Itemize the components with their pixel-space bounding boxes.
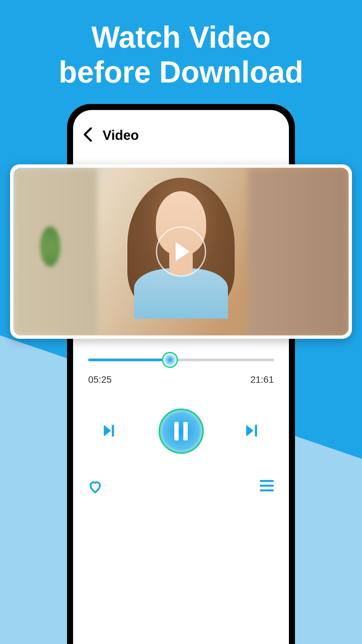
player-controls: 05:25 21:61 xyxy=(73,352,289,454)
progress-track xyxy=(88,359,274,361)
back-icon[interactable] xyxy=(83,127,93,143)
app-header: Video xyxy=(73,110,289,153)
video-preview-card xyxy=(10,164,352,339)
total-time: 21:61 xyxy=(250,374,274,385)
previous-button[interactable] xyxy=(101,422,118,441)
pause-icon xyxy=(174,422,179,440)
promo-headline: Watch Video before Download xyxy=(0,20,362,90)
bottom-toolbar xyxy=(73,480,289,495)
promo-line-1: Watch Video xyxy=(91,20,270,54)
progress-slider[interactable] xyxy=(88,352,274,368)
play-button[interactable] xyxy=(156,226,206,277)
time-labels: 05:25 21:61 xyxy=(88,374,274,385)
next-button[interactable] xyxy=(244,422,261,441)
video-thumbnail xyxy=(13,168,349,335)
play-icon xyxy=(176,242,190,261)
pause-button[interactable] xyxy=(159,409,204,454)
current-time: 05:25 xyxy=(88,374,112,385)
progress-thumb[interactable] xyxy=(162,352,178,368)
menu-icon[interactable] xyxy=(260,480,274,495)
playback-buttons xyxy=(88,409,274,454)
heart-icon[interactable] xyxy=(88,480,102,495)
pause-icon xyxy=(183,422,188,440)
promo-line-2: before Download xyxy=(59,55,303,89)
page-title: Video xyxy=(103,128,139,143)
